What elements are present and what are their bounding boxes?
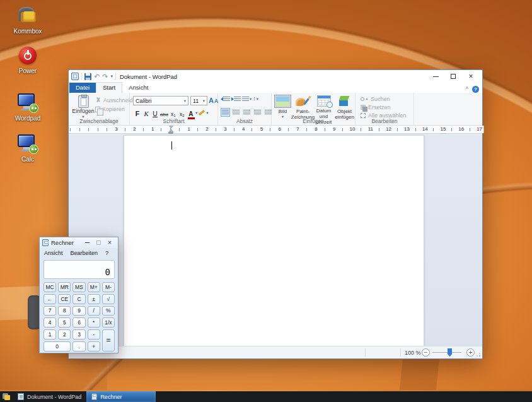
- document-page[interactable]: [124, 135, 424, 346]
- zoom-slider-thumb[interactable]: [448, 348, 452, 357]
- taskbar-item-rechner[interactable]: Rechner: [86, 391, 156, 402]
- insert-object-button[interactable]: Objekt einfügen: [334, 95, 355, 120]
- bold-button[interactable]: F: [134, 108, 141, 117]
- highlight-dropdown-icon[interactable]: ▾: [206, 110, 208, 115]
- font-size-combobox[interactable]: 11 ▾: [190, 96, 207, 105]
- calc-button[interactable]: ±: [88, 294, 100, 304]
- desktop-icon-power[interactable]: Power: [5, 45, 50, 74]
- help-icon[interactable]: ?: [472, 86, 479, 93]
- save-icon[interactable]: [84, 73, 91, 80]
- qat-dropdown-icon[interactable]: ▾: [110, 74, 113, 79]
- calc-maximize-button[interactable]: [93, 239, 104, 247]
- calc-button[interactable]: =: [102, 329, 115, 352]
- calc-button[interactable]: 1: [43, 329, 56, 340]
- calc-button[interactable]: .: [72, 341, 85, 352]
- calc-button[interactable]: MC: [43, 282, 56, 292]
- redo-icon[interactable]: ↷: [102, 73, 108, 80]
- calc-close-button[interactable]: ×: [104, 239, 115, 247]
- wordpad-app-icon[interactable]: [71, 73, 79, 80]
- calc-button[interactable]: 1/x: [102, 317, 115, 328]
- calc-button[interactable]: 2: [58, 329, 71, 340]
- calc-button[interactable]: 4: [43, 317, 56, 328]
- calc-button[interactable]: CE: [58, 294, 71, 304]
- resize-grip-icon[interactable]: [479, 355, 480, 357]
- calc-minimize-button[interactable]: [81, 239, 93, 247]
- calc-button[interactable]: M-: [102, 282, 115, 292]
- calc-button[interactable]: 5: [58, 317, 71, 328]
- group-label: Bearbeiten: [356, 118, 413, 124]
- taskbar-item-wordpad[interactable]: Dokument - WordPad: [13, 391, 86, 402]
- zoom-slider-track[interactable]: [432, 352, 461, 353]
- zoom-in-button[interactable]: +: [466, 348, 475, 357]
- font-color-dropdown-icon[interactable]: ▾: [195, 110, 197, 115]
- grow-font-button[interactable]: A: [209, 97, 214, 104]
- decrease-indent-button[interactable]: [221, 97, 230, 102]
- menu-help[interactable]: ?: [105, 250, 108, 256]
- undo-icon[interactable]: ↶: [94, 73, 100, 80]
- desktop-icon-kommbox[interactable]: Kommbox: [5, 6, 50, 35]
- calc-button[interactable]: M+: [88, 282, 100, 292]
- zoom-out-button[interactable]: −: [422, 348, 430, 357]
- wordpad-task-icon: [18, 393, 24, 400]
- calc-button[interactable]: MS: [72, 282, 85, 292]
- calc-button[interactable]: 6: [72, 317, 85, 328]
- calc-button[interactable]: 8: [58, 306, 71, 316]
- highlight-icon[interactable]: [199, 110, 205, 115]
- subscript-button[interactable]: x1: [170, 108, 177, 117]
- calc-button[interactable]: MR: [58, 282, 71, 292]
- calc-button[interactable]: 3: [72, 329, 85, 340]
- maximize-button[interactable]: [444, 71, 462, 82]
- calc-button-label: 6: [78, 319, 81, 326]
- close-button[interactable]: ×: [462, 71, 480, 82]
- calc-button[interactable]: -: [88, 329, 100, 340]
- menu-bearbeiten[interactable]: Bearbeiten: [71, 250, 98, 256]
- calc-button[interactable]: 7: [43, 306, 56, 316]
- taskbar-launcher-button[interactable]: [0, 391, 13, 402]
- strikethrough-button[interactable]: abc: [160, 108, 168, 117]
- align-right-button[interactable]: [242, 108, 252, 117]
- minimize-button[interactable]: [427, 71, 444, 82]
- calculator-app-icon: [42, 239, 49, 246]
- increase-indent-button[interactable]: [231, 97, 241, 102]
- underline-button[interactable]: U: [151, 108, 159, 117]
- zoom-level: 100 %: [405, 350, 421, 356]
- calc-button[interactable]: 0: [43, 341, 71, 352]
- insert-picture-button[interactable]: Bild ▾: [272, 95, 293, 119]
- align-center-button[interactable]: [231, 108, 241, 117]
- calc-button[interactable]: /: [88, 306, 100, 316]
- tab-start[interactable]: Start: [96, 82, 122, 93]
- tab-datei[interactable]: Datei: [69, 83, 96, 93]
- calc-button[interactable]: +: [88, 341, 100, 352]
- group-zwischenablage: Einfügen ▾ Ausschneiden Kopieren Zwische…: [69, 93, 130, 125]
- window-title: Dokument - WordPad: [120, 73, 177, 80]
- list-button[interactable]: ▾: [242, 97, 252, 102]
- paste-button[interactable]: Einfügen ▾: [72, 95, 94, 119]
- calc-button[interactable]: C: [72, 294, 85, 304]
- italic-button[interactable]: K: [142, 108, 150, 117]
- desktop-icon-calc[interactable]: Calc: [5, 134, 50, 163]
- quick-access-toolbar: ↶ ↷ ▾: [71, 73, 116, 80]
- superscript-button[interactable]: x2: [178, 108, 186, 117]
- paint-drawing-button[interactable]: Paint-Zeichnung: [292, 95, 313, 120]
- calc-button[interactable]: *: [88, 317, 100, 328]
- line-spacing-button[interactable]: ↕▾: [253, 96, 258, 102]
- font-family-combobox[interactable]: Calibri ▾: [133, 96, 188, 105]
- desktop-icon-wordpad[interactable]: Wordpad: [5, 93, 50, 122]
- menu-ansicht[interactable]: Ansicht: [44, 250, 63, 256]
- tab-ansicht[interactable]: Ansicht: [122, 83, 154, 93]
- replace-button[interactable]: Ersetzen: [361, 104, 391, 110]
- justify-button[interactable]: [253, 108, 262, 117]
- calc-button[interactable]: 9: [72, 306, 85, 316]
- indent-marker[interactable]: [168, 126, 174, 134]
- font-color-button[interactable]: A: [187, 108, 195, 117]
- find-button[interactable]: Suchen: [361, 96, 390, 102]
- calc-button[interactable]: %: [102, 306, 115, 316]
- align-left-button[interactable]: [221, 108, 230, 117]
- line-spacing-icon: ↕: [253, 96, 256, 102]
- group-bearbeiten: Suchen Ersetzen Alle auswählen Bearbeite…: [356, 93, 414, 125]
- calc-button[interactable]: ←: [43, 294, 56, 304]
- calc-button[interactable]: √: [102, 294, 115, 304]
- kommbox-icon: [17, 6, 38, 26]
- ribbon: Einfügen ▾ Ausschneiden Kopieren Zwische…: [69, 93, 482, 126]
- ribbon-collapse-icon[interactable]: ^: [466, 86, 468, 92]
